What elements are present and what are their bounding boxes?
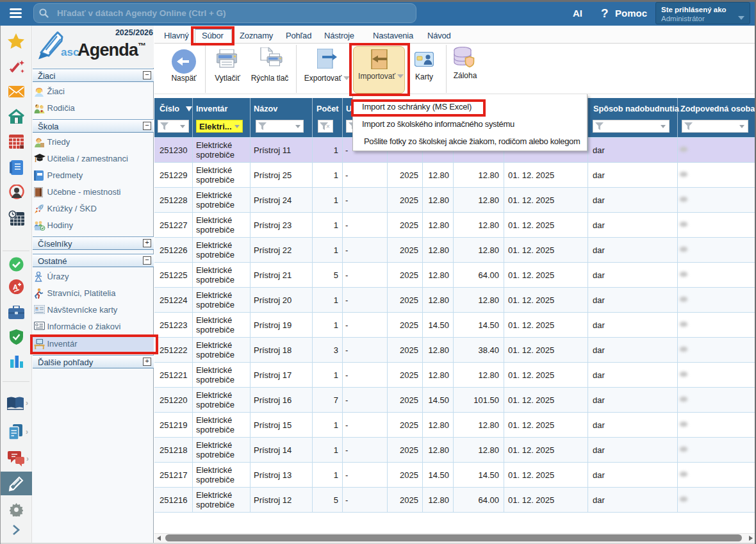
svg-text:A: A xyxy=(13,283,18,291)
